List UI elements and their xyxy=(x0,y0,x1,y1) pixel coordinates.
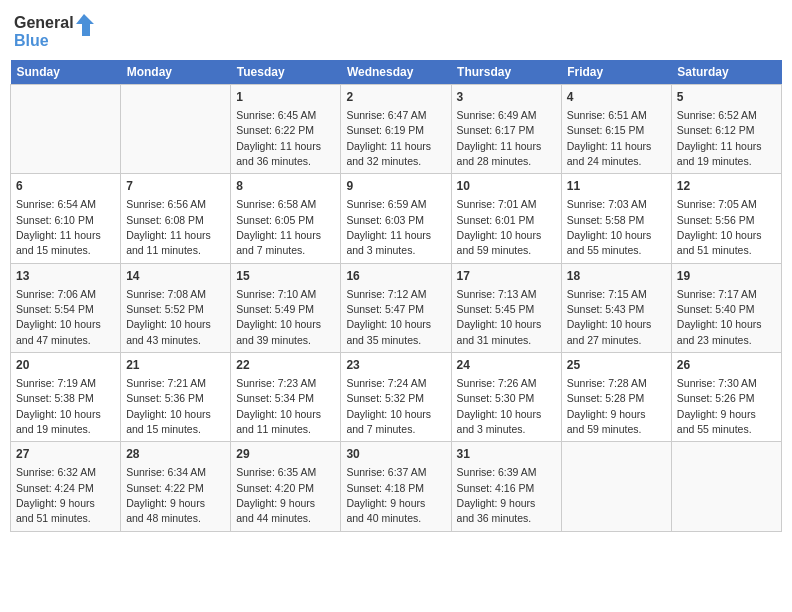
day-number: 23 xyxy=(346,357,445,374)
day-number: 24 xyxy=(457,357,556,374)
week-row-1: 1Sunrise: 6:45 AM Sunset: 6:22 PM Daylig… xyxy=(11,85,782,174)
calendar-cell: 14Sunrise: 7:08 AM Sunset: 5:52 PM Dayli… xyxy=(121,263,231,352)
calendar-cell: 31Sunrise: 6:39 AM Sunset: 4:16 PM Dayli… xyxy=(451,442,561,531)
calendar-table: SundayMondayTuesdayWednesdayThursdayFrid… xyxy=(10,60,782,532)
calendar-cell: 29Sunrise: 6:35 AM Sunset: 4:20 PM Dayli… xyxy=(231,442,341,531)
logo: General Blue xyxy=(14,10,94,54)
calendar-cell: 15Sunrise: 7:10 AM Sunset: 5:49 PM Dayli… xyxy=(231,263,341,352)
day-number: 21 xyxy=(126,357,225,374)
day-number: 17 xyxy=(457,268,556,285)
svg-marker-2 xyxy=(76,14,94,36)
calendar-cell xyxy=(561,442,671,531)
calendar-cell: 11Sunrise: 7:03 AM Sunset: 5:58 PM Dayli… xyxy=(561,174,671,263)
day-number: 18 xyxy=(567,268,666,285)
day-info: Sunrise: 7:15 AM Sunset: 5:43 PM Dayligh… xyxy=(567,288,652,346)
calendar-cell: 12Sunrise: 7:05 AM Sunset: 5:56 PM Dayli… xyxy=(671,174,781,263)
day-info: Sunrise: 7:01 AM Sunset: 6:01 PM Dayligh… xyxy=(457,198,542,256)
day-number: 27 xyxy=(16,446,115,463)
logo-svg: General Blue xyxy=(14,10,94,54)
calendar-cell: 23Sunrise: 7:24 AM Sunset: 5:32 PM Dayli… xyxy=(341,353,451,442)
day-number: 3 xyxy=(457,89,556,106)
day-number: 7 xyxy=(126,178,225,195)
calendar-cell: 27Sunrise: 6:32 AM Sunset: 4:24 PM Dayli… xyxy=(11,442,121,531)
svg-text:Blue: Blue xyxy=(14,32,49,49)
day-number: 12 xyxy=(677,178,776,195)
day-info: Sunrise: 6:47 AM Sunset: 6:19 PM Dayligh… xyxy=(346,109,431,167)
day-info: Sunrise: 6:58 AM Sunset: 6:05 PM Dayligh… xyxy=(236,198,321,256)
day-header-thursday: Thursday xyxy=(451,60,561,85)
calendar-cell: 3Sunrise: 6:49 AM Sunset: 6:17 PM Daylig… xyxy=(451,85,561,174)
day-header-wednesday: Wednesday xyxy=(341,60,451,85)
day-header-saturday: Saturday xyxy=(671,60,781,85)
day-info: Sunrise: 6:39 AM Sunset: 4:16 PM Dayligh… xyxy=(457,466,537,524)
day-header-monday: Monday xyxy=(121,60,231,85)
calendar-cell: 1Sunrise: 6:45 AM Sunset: 6:22 PM Daylig… xyxy=(231,85,341,174)
day-header-tuesday: Tuesday xyxy=(231,60,341,85)
day-number: 13 xyxy=(16,268,115,285)
day-header-sunday: Sunday xyxy=(11,60,121,85)
day-info: Sunrise: 7:13 AM Sunset: 5:45 PM Dayligh… xyxy=(457,288,542,346)
calendar-cell: 16Sunrise: 7:12 AM Sunset: 5:47 PM Dayli… xyxy=(341,263,451,352)
calendar-cell: 9Sunrise: 6:59 AM Sunset: 6:03 PM Daylig… xyxy=(341,174,451,263)
day-number: 19 xyxy=(677,268,776,285)
header-row: SundayMondayTuesdayWednesdayThursdayFrid… xyxy=(11,60,782,85)
day-info: Sunrise: 6:32 AM Sunset: 4:24 PM Dayligh… xyxy=(16,466,96,524)
week-row-3: 13Sunrise: 7:06 AM Sunset: 5:54 PM Dayli… xyxy=(11,263,782,352)
svg-text:General: General xyxy=(14,14,74,31)
day-info: Sunrise: 6:45 AM Sunset: 6:22 PM Dayligh… xyxy=(236,109,321,167)
calendar-cell: 25Sunrise: 7:28 AM Sunset: 5:28 PM Dayli… xyxy=(561,353,671,442)
day-info: Sunrise: 6:59 AM Sunset: 6:03 PM Dayligh… xyxy=(346,198,431,256)
day-info: Sunrise: 7:21 AM Sunset: 5:36 PM Dayligh… xyxy=(126,377,211,435)
week-row-2: 6Sunrise: 6:54 AM Sunset: 6:10 PM Daylig… xyxy=(11,174,782,263)
calendar-cell: 20Sunrise: 7:19 AM Sunset: 5:38 PM Dayli… xyxy=(11,353,121,442)
calendar-cell: 26Sunrise: 7:30 AM Sunset: 5:26 PM Dayli… xyxy=(671,353,781,442)
calendar-cell: 8Sunrise: 6:58 AM Sunset: 6:05 PM Daylig… xyxy=(231,174,341,263)
day-info: Sunrise: 6:56 AM Sunset: 6:08 PM Dayligh… xyxy=(126,198,211,256)
page-header: General Blue xyxy=(10,10,782,54)
calendar-cell xyxy=(11,85,121,174)
week-row-5: 27Sunrise: 6:32 AM Sunset: 4:24 PM Dayli… xyxy=(11,442,782,531)
calendar-cell: 24Sunrise: 7:26 AM Sunset: 5:30 PM Dayli… xyxy=(451,353,561,442)
day-info: Sunrise: 6:52 AM Sunset: 6:12 PM Dayligh… xyxy=(677,109,762,167)
day-info: Sunrise: 7:30 AM Sunset: 5:26 PM Dayligh… xyxy=(677,377,757,435)
day-info: Sunrise: 6:34 AM Sunset: 4:22 PM Dayligh… xyxy=(126,466,206,524)
calendar-cell: 28Sunrise: 6:34 AM Sunset: 4:22 PM Dayli… xyxy=(121,442,231,531)
day-info: Sunrise: 6:35 AM Sunset: 4:20 PM Dayligh… xyxy=(236,466,316,524)
day-info: Sunrise: 7:08 AM Sunset: 5:52 PM Dayligh… xyxy=(126,288,211,346)
calendar-cell: 6Sunrise: 6:54 AM Sunset: 6:10 PM Daylig… xyxy=(11,174,121,263)
day-number: 2 xyxy=(346,89,445,106)
week-row-4: 20Sunrise: 7:19 AM Sunset: 5:38 PM Dayli… xyxy=(11,353,782,442)
day-info: Sunrise: 7:26 AM Sunset: 5:30 PM Dayligh… xyxy=(457,377,542,435)
day-number: 29 xyxy=(236,446,335,463)
calendar-cell: 7Sunrise: 6:56 AM Sunset: 6:08 PM Daylig… xyxy=(121,174,231,263)
day-info: Sunrise: 7:23 AM Sunset: 5:34 PM Dayligh… xyxy=(236,377,321,435)
day-number: 8 xyxy=(236,178,335,195)
day-number: 6 xyxy=(16,178,115,195)
day-number: 25 xyxy=(567,357,666,374)
day-info: Sunrise: 7:17 AM Sunset: 5:40 PM Dayligh… xyxy=(677,288,762,346)
day-number: 28 xyxy=(126,446,225,463)
day-number: 1 xyxy=(236,89,335,106)
calendar-cell: 2Sunrise: 6:47 AM Sunset: 6:19 PM Daylig… xyxy=(341,85,451,174)
day-number: 30 xyxy=(346,446,445,463)
day-info: Sunrise: 7:19 AM Sunset: 5:38 PM Dayligh… xyxy=(16,377,101,435)
calendar-cell: 30Sunrise: 6:37 AM Sunset: 4:18 PM Dayli… xyxy=(341,442,451,531)
day-number: 9 xyxy=(346,178,445,195)
calendar-cell: 19Sunrise: 7:17 AM Sunset: 5:40 PM Dayli… xyxy=(671,263,781,352)
day-info: Sunrise: 7:12 AM Sunset: 5:47 PM Dayligh… xyxy=(346,288,431,346)
day-number: 31 xyxy=(457,446,556,463)
calendar-cell: 17Sunrise: 7:13 AM Sunset: 5:45 PM Dayli… xyxy=(451,263,561,352)
day-number: 5 xyxy=(677,89,776,106)
day-header-friday: Friday xyxy=(561,60,671,85)
day-number: 10 xyxy=(457,178,556,195)
day-number: 20 xyxy=(16,357,115,374)
day-info: Sunrise: 7:24 AM Sunset: 5:32 PM Dayligh… xyxy=(346,377,431,435)
day-info: Sunrise: 6:54 AM Sunset: 6:10 PM Dayligh… xyxy=(16,198,101,256)
calendar-cell: 13Sunrise: 7:06 AM Sunset: 5:54 PM Dayli… xyxy=(11,263,121,352)
calendar-cell: 21Sunrise: 7:21 AM Sunset: 5:36 PM Dayli… xyxy=(121,353,231,442)
calendar-cell: 10Sunrise: 7:01 AM Sunset: 6:01 PM Dayli… xyxy=(451,174,561,263)
day-number: 11 xyxy=(567,178,666,195)
day-info: Sunrise: 7:10 AM Sunset: 5:49 PM Dayligh… xyxy=(236,288,321,346)
day-number: 16 xyxy=(346,268,445,285)
calendar-cell: 4Sunrise: 6:51 AM Sunset: 6:15 PM Daylig… xyxy=(561,85,671,174)
